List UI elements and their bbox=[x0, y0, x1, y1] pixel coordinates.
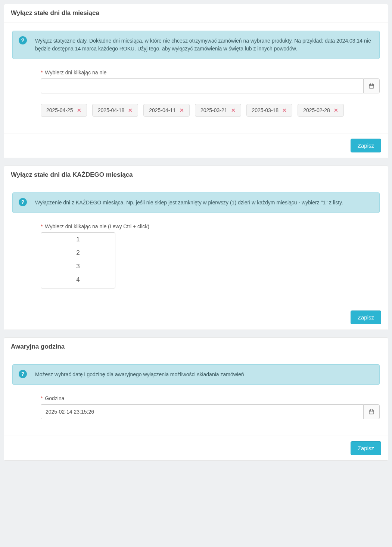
info-text: Wyłącz statyczne daty. Dokładne dni mies… bbox=[35, 38, 371, 52]
calendar-button[interactable] bbox=[363, 78, 380, 93]
select-option[interactable]: 3 bbox=[41, 260, 115, 273]
required-marker: * bbox=[41, 69, 43, 75]
question-icon: ? bbox=[19, 36, 27, 44]
panel-heading: Wyłącz stałe dni dla miesiąca bbox=[4, 4, 388, 22]
select-option[interactable]: 1 bbox=[41, 233, 115, 246]
save-button[interactable]: Zapisz bbox=[351, 310, 381, 324]
label-text: Godzina bbox=[45, 395, 64, 401]
required-marker: * bbox=[41, 223, 43, 229]
question-icon: ? bbox=[19, 370, 27, 378]
save-button[interactable]: Zapisz bbox=[351, 441, 381, 455]
calendar-icon bbox=[368, 83, 374, 89]
remove-icon[interactable]: ✕ bbox=[128, 108, 133, 113]
info-alert: ? Wyłącz statyczne daty. Dokładne dni mi… bbox=[12, 31, 380, 59]
remove-icon[interactable]: ✕ bbox=[334, 108, 338, 113]
calendar-button[interactable] bbox=[363, 404, 380, 419]
date-tag: 2025-04-25✕ bbox=[41, 104, 87, 117]
date-tag: 2025-03-18✕ bbox=[246, 104, 293, 117]
calendar-icon bbox=[368, 409, 374, 415]
date-tag-label: 2025-04-18 bbox=[98, 107, 125, 113]
date-tag: 2025-04-18✕ bbox=[92, 104, 139, 117]
panel-heading: Wyłącz stałe dni dla KAŻDEGO miesiąca bbox=[4, 166, 388, 184]
label-text: Wybierz dni klikając na nie (Lewy Ctrl +… bbox=[45, 223, 149, 229]
date-tag: 2025-04-11✕ bbox=[143, 104, 190, 117]
remove-icon[interactable]: ✕ bbox=[282, 108, 287, 113]
info-alert: ? Wyłączenie dni z KAŻDEGO miesiąca. Np.… bbox=[12, 192, 380, 213]
panel-title: Wyłącz stałe dni dla KAŻDEGO miesiąca bbox=[11, 171, 381, 179]
field-label: * Wybierz dni klikając na nie bbox=[41, 69, 380, 75]
required-marker: * bbox=[41, 395, 43, 401]
panel-static-days-month: Wyłącz stałe dni dla miesiąca ? Wyłącz s… bbox=[4, 4, 388, 158]
remove-icon[interactable]: ✕ bbox=[231, 108, 236, 113]
datetime-input[interactable] bbox=[41, 404, 363, 419]
panel-static-days-every-month: Wyłącz stałe dni dla KAŻDEGO miesiąca ? … bbox=[4, 166, 388, 330]
date-input[interactable] bbox=[41, 78, 363, 93]
info-text: Wyłączenie dni z KAŻDEGO miesiąca. Np. j… bbox=[35, 200, 343, 205]
select-option[interactable]: 2 bbox=[41, 246, 115, 260]
panel-emergency-hour: Awaryjna godzina ? Możesz wybrać datę i … bbox=[4, 337, 388, 461]
remove-icon[interactable]: ✕ bbox=[77, 108, 81, 113]
svg-rect-0 bbox=[369, 84, 374, 88]
date-tag-label: 2025-03-18 bbox=[252, 107, 279, 113]
panel-heading: Awaryjna godzina bbox=[4, 338, 388, 356]
date-tag-label: 2025-04-25 bbox=[46, 107, 73, 113]
info-alert: ? Możesz wybrać datę i godzinę dla awary… bbox=[12, 364, 380, 385]
date-tag: 2025-02-28✕ bbox=[298, 104, 344, 117]
date-tag-label: 2025-03-21 bbox=[200, 107, 227, 113]
save-button[interactable]: Zapisz bbox=[351, 139, 381, 152]
question-icon: ? bbox=[19, 198, 27, 206]
date-tag-label: 2025-04-11 bbox=[149, 107, 176, 113]
field-label: * Wybierz dni klikając na nie (Lewy Ctrl… bbox=[41, 223, 380, 229]
info-text: Możesz wybrać datę i godzinę dla awaryjn… bbox=[35, 371, 244, 377]
remove-icon[interactable]: ✕ bbox=[180, 108, 184, 113]
date-tag: 2025-03-21✕ bbox=[195, 104, 241, 117]
label-text: Wybierz dni klikając na nie bbox=[45, 69, 106, 75]
panel-title: Wyłącz stałe dni dla miesiąca bbox=[11, 9, 381, 17]
days-multiselect[interactable]: 1234 bbox=[41, 232, 115, 288]
field-label: * Godzina bbox=[41, 395, 380, 401]
select-option[interactable]: 4 bbox=[41, 273, 115, 287]
svg-rect-4 bbox=[369, 410, 374, 414]
date-tag-label: 2025-02-28 bbox=[303, 107, 330, 113]
panel-title: Awaryjna godzina bbox=[11, 343, 381, 350]
selected-dates: 2025-04-25✕2025-04-18✕2025-04-11✕2025-03… bbox=[41, 104, 380, 117]
